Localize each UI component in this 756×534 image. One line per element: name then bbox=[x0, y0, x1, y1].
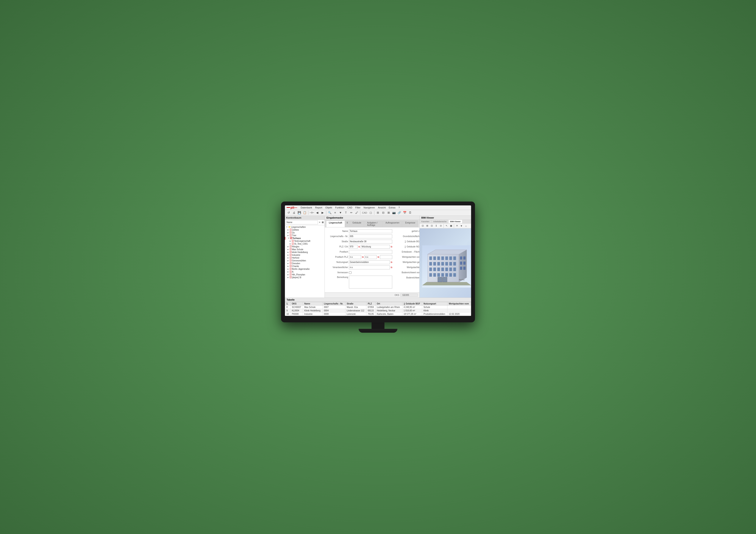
input-strasse[interactable] bbox=[349, 240, 392, 243]
bim-btn-view[interactable]: ⊡ bbox=[429, 224, 434, 228]
table-row[interactable]: 10 PI0008 Industrie 0008 Lorenzstr. 7613… bbox=[285, 312, 471, 316]
menu-objekt[interactable]: Objekt bbox=[324, 206, 334, 209]
toolbar-text[interactable]: T bbox=[343, 210, 348, 215]
bim-btn-select[interactable]: ▣ bbox=[449, 224, 453, 228]
checkbox-vermessen[interactable] bbox=[349, 271, 351, 274]
toolbar-nav-start[interactable]: ⊣⊢ bbox=[310, 210, 314, 215]
tree-item-grevesm[interactable]: ▶ 🅉 Grevesmühlen bbox=[285, 259, 325, 262]
menu-report[interactable]: Report bbox=[314, 206, 323, 209]
input-postfach-plz1[interactable] bbox=[349, 255, 361, 259]
tree-item-liegenschaften[interactable]: ▼ 📁 Liegenschaften bbox=[285, 226, 325, 228]
tree-item-depre[interactable]: ▶ 🅉 [depre] Sl bbox=[285, 276, 325, 279]
tree-item-za[interactable]: ▶ 🅉 Za bbox=[285, 231, 325, 234]
tree-item-st-test[interactable]: ▶ 🅉 St_Test_C001 bbox=[285, 242, 325, 245]
toolbar-cal2[interactable]: 🗓 bbox=[408, 210, 413, 215]
bim-btn-grid[interactable]: ⊞ bbox=[425, 224, 429, 228]
toolbar-layout1[interactable]: ⊞ bbox=[375, 210, 380, 215]
toolbar-layout2[interactable]: ⊟ bbox=[381, 210, 386, 215]
menu-help[interactable]: ? bbox=[397, 206, 401, 209]
z-icon: 🅉 bbox=[290, 257, 292, 259]
tab-ii[interactable]: II bbox=[345, 220, 350, 227]
table-row[interactable]: 8 SCH0007 Max Schule 0007 Maxstr. 61a 67… bbox=[285, 305, 471, 309]
input-postfach-plz2[interactable] bbox=[364, 255, 377, 259]
tab-ereignisse[interactable]: Ereignisse bbox=[402, 220, 418, 227]
toolbar-filter[interactable]: ▼ bbox=[338, 210, 343, 215]
toolbar-cam[interactable]: 📷 bbox=[392, 210, 396, 215]
toolbar-nav-next[interactable]: ▶ bbox=[320, 210, 325, 215]
toolbar-cad-toggle[interactable]: ◻ bbox=[368, 210, 373, 215]
tree-item-maxschule[interactable]: ▶ 🅉 Max Schule bbox=[285, 248, 325, 251]
link-icon-ort[interactable]: ⧉ bbox=[391, 245, 392, 248]
link-icon-postplz1[interactable]: ⧉ bbox=[362, 256, 364, 258]
tree-item-dresden[interactable]: ▶ 🅉 Dresden bbox=[285, 262, 325, 265]
bim-btn-tools[interactable]: ✕ bbox=[455, 224, 459, 228]
input-plz[interactable] bbox=[349, 245, 358, 249]
tree-item-charite[interactable]: ▶ 🅉 Charite bbox=[285, 265, 325, 267]
input-postfach-plz3[interactable] bbox=[380, 255, 392, 259]
toolbar-cal[interactable]: 📅 bbox=[402, 210, 407, 215]
bim-tab-favoriten[interactable]: Favoriten bbox=[419, 220, 431, 223]
toolbar-search[interactable]: 🔍 bbox=[327, 210, 332, 215]
toolbar-save[interactable]: 💾 bbox=[297, 210, 302, 215]
tree-item-rlingen[interactable]: ▶ 🅉 Rlingen bbox=[285, 245, 325, 248]
tab-liegenschaft[interactable]: Liegenschaft bbox=[326, 220, 345, 227]
toolbar-copy[interactable]: 📋 bbox=[302, 210, 307, 215]
menu-datenbank[interactable]: Datenbank bbox=[299, 206, 313, 209]
table-row[interactable]: 9 KL0004 Klinik Heidelberg 0004 Lindenst… bbox=[285, 309, 471, 312]
tree-item-klinik[interactable]: ▶ 🅉 klinik Heidelberg bbox=[285, 251, 325, 254]
menu-extras[interactable]: Extras bbox=[388, 206, 397, 209]
tab-aufgaben[interactable]: Aufgaben / Aufträge bbox=[364, 220, 382, 227]
tree-item-zanew[interactable]: ▶ 🅉 ZaNew bbox=[285, 228, 325, 231]
bim-btn-dropdown[interactable]: ▼ bbox=[459, 224, 464, 228]
tree-item-4th[interactable]: ▶ 🅉 4th_Floorplan bbox=[285, 273, 325, 276]
link-icon-plz[interactable]: ⧉ bbox=[358, 245, 360, 248]
input-nutzungsart[interactable] bbox=[349, 260, 390, 264]
tree-item-a[interactable]: ▶ 🅉 A bbox=[285, 270, 325, 273]
input-ort[interactable] bbox=[361, 245, 390, 249]
menu-cad[interactable]: CAD bbox=[346, 206, 353, 209]
toolbar-refresh[interactable]: ↺ bbox=[286, 210, 291, 215]
tab-auftragsserien[interactable]: Auftragsserien bbox=[383, 220, 402, 227]
link-icon-nutzung[interactable]: ⧉ bbox=[391, 261, 392, 264]
bim-btn-info[interactable]: ℹ bbox=[434, 224, 438, 228]
svg-rect-26 bbox=[429, 273, 432, 277]
tree-item-berlin[interactable]: ▶ 🅉 Berlin Jägerstraße bbox=[285, 267, 325, 270]
tree-item-testliegenschaft[interactable]: ▶ 🅉 TestLiegenschaft bbox=[285, 240, 325, 242]
link-icon-postplz2[interactable]: ⧉ bbox=[378, 256, 379, 258]
tree-item-industrie[interactable]: ▶ 🅉 Industrie bbox=[285, 254, 325, 256]
sidebar-clear-button[interactable]: ✕ bbox=[318, 221, 321, 223]
sidebar-options-button[interactable]: ⊞ bbox=[322, 221, 324, 224]
tree-item-torhaus[interactable]: ▼ 🅉 Torhaus bbox=[285, 237, 325, 240]
tree-item-herford[interactable]: ▶ 🅉 Herford bbox=[285, 256, 325, 259]
toolbar-nav-prev[interactable]: ◀ bbox=[315, 210, 320, 215]
toolbar-print[interactable]: 🖨 bbox=[292, 210, 296, 215]
tree-item-trier[interactable]: ▶ 🅉 Trier bbox=[285, 234, 325, 237]
bim-btn-target[interactable]: ⊙ bbox=[439, 224, 443, 228]
bim-btn-reset[interactable]: ⊡ bbox=[420, 224, 425, 228]
input-liegenschaftsnr[interactable] bbox=[349, 235, 392, 238]
bim-btn-cursor[interactable]: ↖ bbox=[445, 224, 449, 228]
toolbar-pen[interactable]: 🖊 bbox=[354, 210, 359, 215]
sidebar-search-input[interactable] bbox=[286, 220, 318, 224]
tab-gebaeude[interactable]: Gebäude bbox=[350, 220, 364, 227]
input-bemerkung[interactable] bbox=[349, 276, 392, 289]
svg-rect-25 bbox=[453, 267, 456, 271]
bim-3d-view[interactable]: Rechts bbox=[419, 228, 471, 297]
bim-btn-home[interactable]: ⌂ bbox=[464, 224, 468, 228]
toolbar-layout3[interactable]: ⊠ bbox=[386, 210, 391, 215]
toolbar-link[interactable]: 🔗 bbox=[397, 210, 402, 215]
input-name[interactable] bbox=[349, 229, 392, 233]
tree-label: St_Test_C001 bbox=[294, 243, 308, 245]
input-verantwortlicher[interactable] bbox=[349, 266, 390, 269]
link-icon-verantw[interactable]: ⧉ bbox=[391, 266, 392, 269]
menu-ansicht[interactable]: Ansicht bbox=[377, 206, 387, 209]
toolbar-list[interactable]: ≡ bbox=[333, 210, 338, 215]
menu-filter[interactable]: Filter bbox=[354, 206, 362, 209]
input-postfach[interactable] bbox=[349, 250, 392, 254]
menu-navigieren[interactable]: Navigieren bbox=[362, 206, 376, 209]
svg-rect-32 bbox=[453, 273, 456, 277]
bim-tab-arbeitsbereiche[interactable]: Arbeitsbereiche bbox=[431, 220, 449, 223]
menu-funktion[interactable]: Funktion bbox=[334, 206, 345, 209]
bim-tab-bimviewer[interactable]: BIM-Viewer bbox=[448, 220, 463, 223]
toolbar-edit[interactable]: ✏ bbox=[349, 210, 354, 215]
